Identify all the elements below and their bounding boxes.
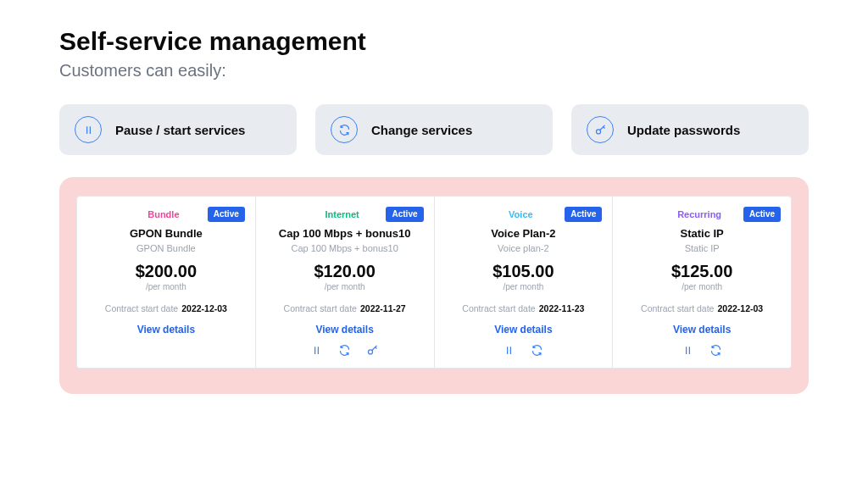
category-label: Internet [298, 209, 387, 219]
refresh-icon[interactable] [338, 344, 351, 359]
plan-price: $200.00 [136, 262, 197, 281]
plan-title: Cap 100 Mbps + bonus10 [279, 227, 411, 240]
actions-row: Pause / start services Change services U… [59, 104, 809, 155]
status-badge: Active [208, 207, 245, 222]
pause-icon[interactable] [682, 344, 694, 359]
pause-icon[interactable] [503, 344, 515, 359]
service-cards: BundleActiveGPON BundleGPON Bundle$200.0… [76, 196, 792, 369]
action-pause-start[interactable]: Pause / start services [59, 104, 297, 155]
action-label: Update passwords [627, 123, 740, 137]
key-icon[interactable] [366, 344, 379, 359]
pause-icon [75, 116, 102, 143]
contract-line: Contract start date2022-12-03 [641, 303, 763, 313]
service-card: InternetActiveCap 100 Mbps + bonus10Cap … [256, 197, 435, 368]
svg-point-5 [369, 350, 373, 354]
svg-point-2 [596, 129, 600, 133]
view-details-link[interactable]: View details [315, 324, 373, 336]
action-label: Pause / start services [115, 123, 245, 137]
refresh-icon[interactable] [531, 344, 543, 359]
plan-title: Voice Plan-2 [491, 227, 555, 240]
contract-date: 2022-12-03 [181, 303, 227, 313]
plan-desc: Cap 100 Mbps + bonus10 [291, 243, 398, 253]
contract-date: 2022-11-27 [360, 303, 406, 313]
view-details-link[interactable]: View details [494, 324, 552, 336]
contract-date: 2022-11-23 [539, 303, 585, 313]
card-actions [503, 344, 543, 359]
plan-price: $120.00 [314, 262, 375, 281]
plan-title: Static IP [680, 227, 723, 240]
price-period: /per month [325, 282, 365, 291]
card-actions [310, 344, 379, 359]
pause-icon[interactable] [310, 344, 323, 359]
action-change-services[interactable]: Change services [315, 104, 553, 155]
price-period: /per month [503, 282, 543, 291]
contract-line: Contract start date2022-11-27 [284, 303, 406, 313]
category-label: Bundle [120, 209, 208, 219]
contract-line: Contract start date2022-11-23 [462, 303, 584, 313]
card-actions [682, 344, 722, 359]
services-panel: BundleActiveGPON BundleGPON Bundle$200.0… [59, 177, 809, 394]
price-period: /per month [146, 282, 186, 291]
page-title: Self-service management [59, 27, 809, 56]
service-card: VoiceActiveVoice Plan-2Voice plan-2$105.… [435, 197, 614, 368]
status-badge: Active [565, 207, 602, 222]
page-subtitle: Customers can easily: [59, 61, 809, 80]
refresh-icon[interactable] [709, 344, 722, 359]
category-label: Voice [477, 209, 565, 219]
price-period: /per month [682, 282, 722, 291]
refresh-icon [331, 116, 358, 143]
action-update-passwords[interactable]: Update passwords [571, 104, 809, 155]
plan-title: GPON Bundle [130, 227, 203, 240]
view-details-link[interactable]: View details [137, 324, 195, 336]
view-details-link[interactable]: View details [673, 324, 731, 336]
key-icon [587, 116, 614, 143]
service-card: BundleActiveGPON BundleGPON Bundle$200.0… [77, 197, 256, 368]
action-label: Change services [371, 123, 472, 137]
plan-desc: Static IP [685, 243, 720, 253]
category-label: Recurring [655, 209, 743, 219]
plan-desc: Voice plan-2 [498, 243, 549, 253]
contract-line: Contract start date2022-12-03 [105, 303, 227, 313]
plan-price: $125.00 [671, 262, 732, 281]
contract-date: 2022-12-03 [717, 303, 763, 313]
status-badge: Active [743, 207, 781, 222]
plan-desc: GPON Bundle [136, 243, 196, 253]
service-card: RecurringActiveStatic IPStatic IP$125.00… [613, 197, 791, 368]
status-badge: Active [386, 207, 423, 222]
plan-price: $105.00 [492, 262, 554, 281]
